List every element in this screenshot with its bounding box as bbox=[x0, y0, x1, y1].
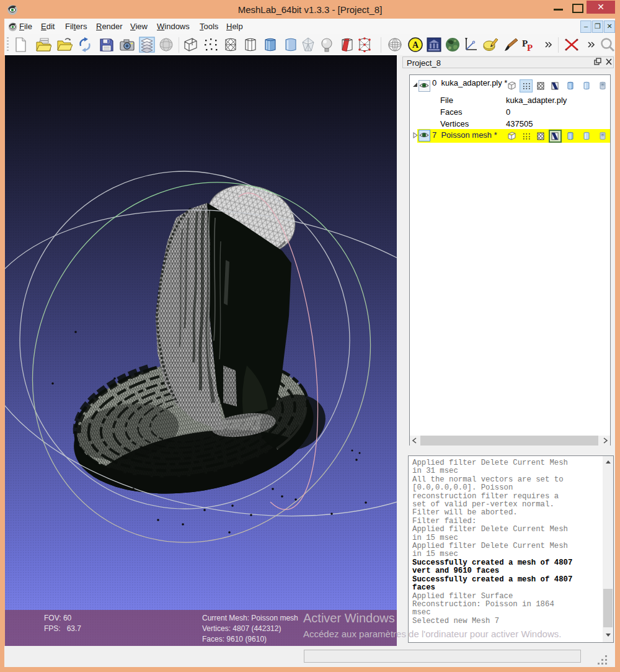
svg-text:A: A bbox=[412, 40, 419, 50]
svg-text:P: P bbox=[527, 43, 533, 53]
